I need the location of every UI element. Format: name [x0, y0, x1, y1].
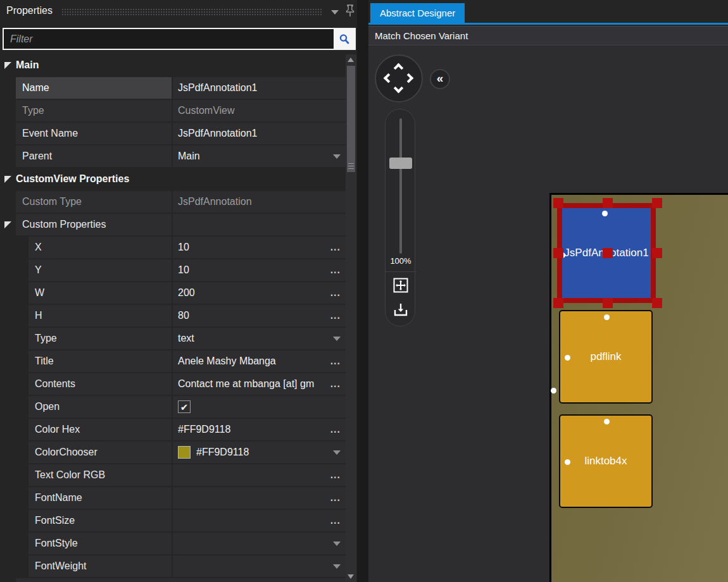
dropdown-arrow-icon[interactable]	[333, 564, 341, 569]
scroll-down-icon[interactable]	[348, 574, 354, 579]
tab-abstract-designer[interactable]: Abstract Designer	[370, 3, 465, 23]
collapse-toolbar-button[interactable]: «	[430, 69, 450, 89]
expander-icon[interactable]	[4, 176, 11, 183]
dropdown-arrow-icon[interactable]	[333, 154, 341, 159]
selection-handle[interactable]	[603, 298, 613, 308]
ellipsis-button[interactable]: ...	[330, 310, 341, 321]
panel-splitter[interactable]	[357, 0, 368, 582]
property-row-text-color-rgb[interactable]: Text Color RGB...	[0, 464, 346, 486]
ellipsis-button[interactable]: ...	[330, 424, 341, 435]
property-row-x[interactable]: X10...	[0, 237, 346, 258]
dropdown-arrow-icon[interactable]	[333, 450, 341, 455]
color-swatch[interactable]	[178, 446, 191, 459]
property-value-cell[interactable]: ...	[173, 510, 346, 531]
selection-handle[interactable]	[652, 298, 662, 308]
scroll-up-icon[interactable]	[348, 58, 354, 62]
property-value-cell[interactable]: ✔	[173, 396, 346, 418]
property-value-cell[interactable]: Anele Mashy Mbanga...	[173, 350, 346, 372]
selection-handle[interactable]	[553, 198, 563, 208]
selection-handle[interactable]	[652, 248, 662, 258]
property-row-parent[interactable]: ParentMain	[0, 146, 346, 167]
checkbox[interactable]: ✔	[178, 400, 191, 413]
ellipsis-button[interactable]: ...	[330, 287, 341, 299]
drag-handle-texture[interactable]	[61, 8, 322, 15]
ellipsis-button[interactable]: ...	[330, 264, 341, 276]
property-row-custom-properties[interactable]: Custom Properties	[0, 214, 346, 235]
section-customview-properties[interactable]: CustomView Properties	[0, 168, 346, 190]
ellipsis-button[interactable]: ...	[330, 515, 341, 526]
expander-icon[interactable]	[4, 62, 11, 69]
property-value-cell[interactable]: 10...	[173, 237, 346, 258]
selection-handle[interactable]	[603, 248, 613, 258]
panel-menu-chevron-icon[interactable]	[331, 10, 339, 15]
property-row-contents[interactable]: ContentsContact me at mbanga [at] gm...	[0, 373, 346, 395]
selection-handle[interactable]	[603, 198, 613, 208]
property-row-custom-type[interactable]: Custom TypeJsPdfAnnotation	[0, 191, 346, 213]
property-row-type[interactable]: Typetext	[0, 328, 346, 349]
ellipsis-button[interactable]: ...	[330, 378, 341, 390]
ellipsis-button[interactable]: ...	[330, 492, 341, 504]
scrollbar-thumb[interactable]	[347, 66, 355, 172]
property-value-cell[interactable]: 200...	[173, 282, 346, 304]
property-row-y[interactable]: Y10...	[0, 259, 346, 281]
selection-handle[interactable]	[652, 198, 662, 208]
dropdown-arrow-icon[interactable]	[333, 542, 341, 546]
property-value-cell[interactable]: JsPdfAnnotation1	[173, 77, 346, 99]
pan-down-icon[interactable]	[394, 84, 404, 94]
property-row-open[interactable]: Open✔	[0, 396, 346, 418]
section-main[interactable]: Main	[0, 54, 346, 76]
property-value-cell[interactable]: CustomView	[173, 100, 346, 121]
property-value-cell[interactable]: JsPdfAnnotation1	[173, 123, 346, 144]
layout-canvas[interactable]: JsPdfAnnotation1 pdflink linktob4x	[549, 193, 728, 582]
property-value-cell[interactable]	[173, 555, 346, 577]
property-row-type[interactable]: TypeCustomView	[0, 100, 346, 121]
property-row-h[interactable]: H80...	[0, 305, 346, 326]
selection-handle[interactable]	[553, 248, 563, 258]
ellipsis-button[interactable]: ...	[330, 242, 341, 253]
row-gutter	[0, 350, 28, 372]
properties-scrollbar[interactable]	[346, 54, 356, 582]
property-row-event-name[interactable]: Event NameJsPdfAnnotation1	[0, 123, 346, 144]
dropdown-arrow-icon[interactable]	[333, 337, 341, 341]
zoom-slider-thumb[interactable]	[389, 158, 412, 169]
property-value-cell[interactable]: Contact me at mbanga [at] gm...	[173, 373, 346, 395]
designer-view-pdflink[interactable]: pdflink	[559, 310, 653, 404]
property-value-cell[interactable]: #FF9D9118	[173, 442, 346, 463]
expander-icon[interactable]	[4, 221, 11, 228]
property-row-name[interactable]: NameJsPdfAnnotation1	[0, 77, 346, 99]
move-tool-button[interactable]	[391, 276, 410, 295]
properties-panel: Properties MainNameJsPdfAnnotation1TypeC…	[0, 0, 357, 582]
search-button[interactable]	[334, 29, 355, 49]
zoom-slider[interactable]	[399, 118, 402, 254]
pin-icon[interactable]	[344, 3, 356, 18]
import-layout-button[interactable]	[391, 300, 410, 319]
property-row-colorchooser[interactable]: ColorChooser#FF9D9118	[0, 442, 346, 463]
pan-right-icon[interactable]	[404, 73, 414, 84]
property-value-cell[interactable]: 80...	[173, 305, 346, 326]
property-value-cell[interactable]: ...	[173, 487, 346, 509]
property-row-fontsize[interactable]: FontSize...	[0, 510, 346, 531]
ellipsis-button[interactable]: ...	[330, 469, 341, 481]
property-value-cell[interactable]: #FF9D9118...	[173, 419, 346, 440]
property-row-fontname[interactable]: FontName...	[0, 487, 346, 509]
property-value-cell[interactable]: ...	[173, 464, 346, 486]
property-row-fontstyle[interactable]: FontStyle	[0, 533, 346, 554]
ellipsis-button[interactable]: ...	[330, 356, 341, 367]
pan-left-icon[interactable]	[384, 73, 394, 84]
property-value-cell[interactable]: text	[173, 328, 346, 349]
property-row-fontweight[interactable]: FontWeight	[0, 555, 346, 577]
property-value-cell[interactable]: Main	[173, 146, 346, 167]
selection-handle[interactable]	[553, 298, 563, 308]
property-row-color-hex[interactable]: Color Hex#FF9D9118...	[0, 419, 346, 440]
property-value-cell[interactable]	[173, 214, 346, 235]
property-value-cell[interactable]	[173, 533, 346, 554]
filter-input[interactable]	[4, 34, 334, 45]
pan-up-icon[interactable]	[394, 63, 404, 73]
pan-pad[interactable]	[375, 54, 423, 102]
property-value-cell[interactable]: 10...	[173, 259, 346, 281]
property-value-cell[interactable]: JsPdfAnnotation	[173, 191, 346, 213]
row-gutter	[0, 510, 28, 531]
designer-view-linktob4x[interactable]: linktob4x	[559, 414, 653, 508]
property-row-title[interactable]: TitleAnele Mashy Mbanga...	[0, 350, 346, 372]
property-row-w[interactable]: W200...	[0, 282, 346, 304]
